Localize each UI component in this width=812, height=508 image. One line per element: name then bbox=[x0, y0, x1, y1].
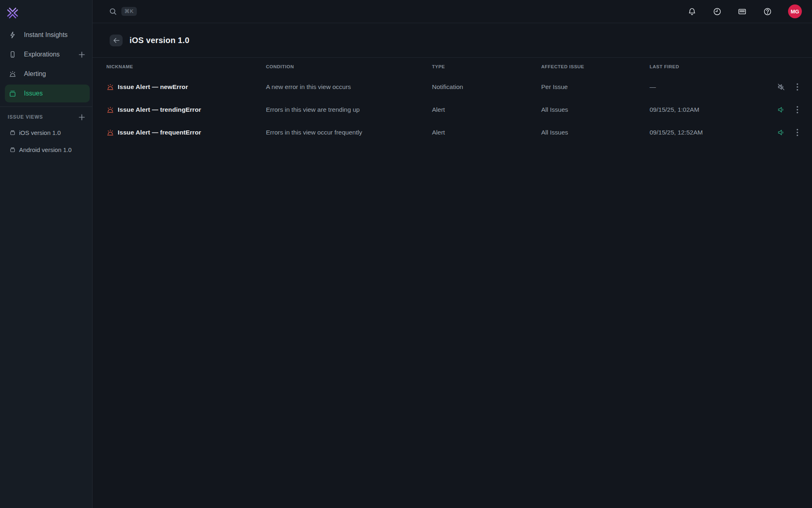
alert-nickname: Issue Alert — frequentError bbox=[118, 129, 201, 136]
alarm-siren-icon bbox=[106, 129, 114, 137]
alert-last-fired: — bbox=[650, 83, 763, 91]
phone-icon bbox=[9, 50, 16, 59]
sidebar-item-label: iOS version 1.0 bbox=[19, 129, 61, 136]
column-header-affected-issue: AFFECTED ISSUE bbox=[541, 64, 650, 69]
mute-toggle-button[interactable] bbox=[777, 106, 785, 114]
sidebar-item-label: Android version 1.0 bbox=[19, 146, 71, 153]
page-header: iOS version 1.0 bbox=[93, 23, 812, 58]
alert-affected-issue: All Issues bbox=[541, 129, 650, 136]
sidebar-nav: Instant Insights Explorations Alerting I… bbox=[0, 26, 92, 102]
alert-condition: A new error in this view occurs bbox=[266, 83, 432, 91]
sound-muted-icon bbox=[777, 83, 785, 91]
alert-last-fired: 09/15/25, 12:52AM bbox=[650, 129, 763, 136]
sidebar-item-label: Issues bbox=[24, 90, 43, 97]
sidebar-divider bbox=[0, 106, 92, 107]
alarm-siren-icon bbox=[106, 106, 114, 114]
sidebar-item-explorations[interactable]: Explorations bbox=[5, 46, 90, 63]
sidebar-item-instant-insights[interactable]: Instant Insights bbox=[5, 26, 90, 44]
help-icon[interactable] bbox=[763, 7, 772, 16]
sidebar-item-alerting[interactable]: Alerting bbox=[5, 65, 90, 83]
sound-on-icon bbox=[777, 106, 785, 114]
page-title: iOS version 1.0 bbox=[130, 36, 190, 45]
alarm-siren-icon bbox=[106, 83, 114, 91]
row-actions bbox=[763, 106, 801, 114]
sidebar-item-issues[interactable]: Issues bbox=[5, 85, 90, 102]
keyboard-icon[interactable] bbox=[738, 7, 747, 16]
alert-nickname: Issue Alert — trendingError bbox=[118, 106, 201, 113]
table-body: Issue Alert — newError A new error in th… bbox=[93, 76, 812, 144]
alert-condition: Errors in this view are trending up bbox=[266, 106, 432, 113]
row-actions bbox=[763, 128, 801, 137]
alert-nickname: Issue Alert — newError bbox=[118, 83, 188, 91]
row-menu-kebab-icon[interactable] bbox=[794, 106, 801, 114]
alert-affected-issue: Per Issue bbox=[541, 83, 650, 91]
sidebar-item-label: Instant Insights bbox=[24, 31, 68, 39]
main-area: ⌘K MG iOS version 1.0 NICKNAME COND bbox=[93, 0, 812, 144]
search-shortcut-badge: ⌘K bbox=[121, 7, 137, 16]
table-header-row: NICKNAME CONDITION TYPE AFFECTED ISSUE L… bbox=[93, 58, 812, 76]
row-menu-kebab-icon[interactable] bbox=[794, 83, 801, 91]
history-clock-icon[interactable] bbox=[713, 7, 721, 16]
sidebar: Instant Insights Explorations Alerting I… bbox=[0, 0, 93, 508]
app-logo[interactable] bbox=[0, 0, 92, 25]
lightning-icon bbox=[9, 30, 16, 39]
row-actions bbox=[763, 83, 801, 91]
issue-views-section-header: ISSUE VIEWS bbox=[8, 113, 86, 122]
nickname-cell: Issue Alert — newError bbox=[106, 83, 266, 91]
add-exploration-button[interactable] bbox=[78, 50, 86, 59]
alerts-table: NICKNAME CONDITION TYPE AFFECTED ISSUE L… bbox=[93, 58, 812, 144]
user-avatar[interactable]: MG bbox=[788, 4, 802, 18]
box-icon bbox=[9, 89, 16, 98]
column-header-type: TYPE bbox=[432, 64, 541, 69]
mute-toggle-button[interactable] bbox=[777, 128, 785, 137]
topbar: ⌘K MG bbox=[93, 0, 812, 23]
sidebar-item-android-version[interactable]: Android version 1.0 bbox=[0, 141, 92, 158]
nickname-cell: Issue Alert — trendingError bbox=[106, 106, 266, 114]
topbar-actions: MG bbox=[687, 4, 802, 18]
table-row[interactable]: Issue Alert — newError A new error in th… bbox=[93, 76, 812, 98]
global-search[interactable]: ⌘K bbox=[109, 7, 137, 16]
starburst-logo-icon bbox=[7, 7, 18, 19]
sidebar-item-label: Alerting bbox=[24, 70, 46, 78]
alert-type: Notification bbox=[432, 83, 541, 91]
sidebar-item-label: Explorations bbox=[24, 51, 60, 58]
alert-affected-issue: All Issues bbox=[541, 106, 650, 113]
row-menu-kebab-icon[interactable] bbox=[794, 128, 801, 137]
sidebar-item-ios-version[interactable]: iOS version 1.0 bbox=[0, 124, 92, 141]
alarm-bell-icon bbox=[9, 69, 16, 78]
column-header-last-fired: LAST FIRED bbox=[650, 64, 763, 69]
nickname-cell: Issue Alert — frequentError bbox=[106, 129, 266, 137]
issue-views-list: iOS version 1.0 Android version 1.0 bbox=[0, 124, 92, 158]
column-header-nickname: NICKNAME bbox=[106, 64, 266, 69]
back-button[interactable] bbox=[110, 35, 123, 46]
notifications-bell-icon[interactable] bbox=[687, 7, 696, 16]
issue-views-label: ISSUE VIEWS bbox=[8, 114, 43, 120]
column-header-condition: CONDITION bbox=[266, 64, 432, 69]
alert-condition: Errors in this view occur frequently bbox=[266, 129, 432, 136]
alert-last-fired: 09/15/25, 1:02AM bbox=[650, 106, 763, 113]
alert-type: Alert bbox=[432, 129, 541, 136]
table-row[interactable]: Issue Alert — trendingError Errors in th… bbox=[93, 98, 812, 121]
mute-toggle-button[interactable] bbox=[777, 83, 785, 91]
box-icon bbox=[10, 145, 15, 154]
add-issue-view-button[interactable] bbox=[78, 113, 86, 121]
box-icon bbox=[10, 128, 15, 137]
alert-type: Alert bbox=[432, 106, 541, 113]
table-row[interactable]: Issue Alert — frequentError Errors in th… bbox=[93, 121, 812, 144]
sound-on-icon bbox=[777, 128, 785, 137]
search-icon bbox=[109, 7, 117, 16]
